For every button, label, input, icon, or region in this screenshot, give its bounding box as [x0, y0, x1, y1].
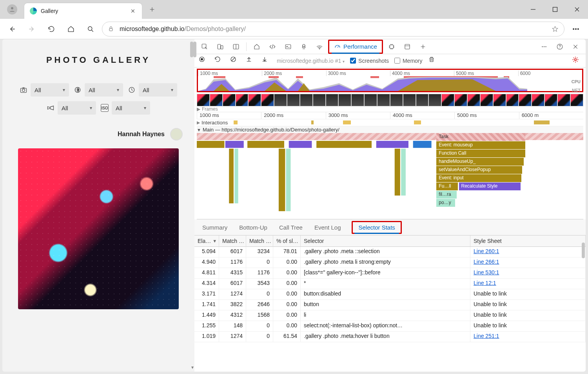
elements-tab-icon[interactable]	[265, 40, 279, 54]
browser-menu-button[interactable]	[568, 21, 584, 37]
author-avatar[interactable]	[170, 128, 183, 140]
cell-stylesheet[interactable]: Line 266:1	[470, 257, 586, 268]
screenshot-frame[interactable]	[274, 94, 287, 106]
favorite-icon[interactable]	[552, 26, 559, 33]
screenshot-frame[interactable]	[519, 94, 532, 106]
screenshot-frame[interactable]	[416, 94, 429, 106]
dock-side-icon[interactable]	[229, 40, 243, 54]
focal-filter-select[interactable]: All▾	[58, 101, 96, 115]
help-icon[interactable]	[553, 40, 567, 54]
table-row[interactable]: 1.449431215680.00liUnable to link	[194, 310, 586, 321]
screenshot-frame[interactable]	[428, 94, 441, 106]
console-tab-icon[interactable]	[281, 40, 295, 54]
address-bar[interactable]: microsoftedge.github.io/Demos/photo-gall…	[102, 22, 564, 36]
site-scrollbar[interactable]	[190, 42, 193, 57]
screenshot-frame[interactable]	[506, 94, 519, 106]
load-profile-button[interactable]	[245, 56, 256, 66]
screenshot-frame[interactable]	[287, 94, 300, 106]
devtools-menu-icon[interactable]	[537, 40, 551, 54]
screenshot-frame[interactable]	[300, 94, 313, 106]
col-elapsed[interactable]: Ela…▼	[194, 235, 219, 246]
tab-call-tree[interactable]: Call Tree	[278, 222, 303, 233]
flame-task[interactable]: Task	[436, 133, 525, 141]
flame-function-call[interactable]: Function Call	[436, 150, 525, 157]
cell-stylesheet[interactable]: Line 530:1	[470, 268, 586, 278]
performance-overview[interactable]: 1000 ms2000 ms3000 ms4000 ms5000 ms6000 …	[197, 69, 583, 92]
timeline-ruler[interactable]: 1000 ms2000 ms3000 ms4000 ms5000 ms6000 …	[197, 112, 583, 119]
col-match-count[interactable]: Match …	[246, 235, 273, 246]
screenshot-frame[interactable]	[493, 94, 506, 106]
refresh-button[interactable]	[43, 21, 60, 37]
capture-settings-icon[interactable]	[572, 56, 582, 66]
tab-event-log[interactable]: Event Log	[314, 222, 342, 233]
screenshot-frame[interactable]	[454, 94, 467, 106]
flame-event-input[interactable]: Event: input	[436, 174, 521, 182]
screenshot-frame[interactable]	[210, 94, 223, 106]
tab-bottom-up[interactable]: Bottom-Up	[238, 222, 268, 233]
screenshot-frame[interactable]	[313, 94, 326, 106]
close-devtools-icon[interactable]	[568, 40, 583, 54]
cell-stylesheet[interactable]: Line 251:1	[470, 332, 586, 342]
search-button[interactable]	[82, 21, 99, 37]
col-match-attempts[interactable]: Match …	[219, 235, 246, 246]
maximize-button[interactable]	[544, 0, 566, 19]
col-stylesheet[interactable]: Style Sheet	[470, 235, 586, 246]
screenshot-frame[interactable]	[223, 94, 236, 106]
tab-summary[interactable]: Summary	[201, 222, 228, 233]
camera-filter-select[interactable]: All▾	[31, 83, 69, 97]
flame-chart[interactable]: Task Event: mouseup Function Call handle…	[197, 133, 583, 219]
col-pct-slow[interactable]: % of sl…	[273, 235, 301, 246]
screenshot-frame[interactable]	[326, 94, 339, 106]
table-row[interactable]: 3.171127400.00button:disabledUnable to l…	[194, 289, 586, 300]
sources-tab-icon[interactable]	[297, 40, 311, 54]
clear-button[interactable]	[230, 56, 240, 66]
selector-stats-body[interactable]: 5.0946017323478.01.gallery .photo .meta …	[194, 247, 586, 342]
tab-close-button[interactable]	[129, 7, 136, 15]
screenshot-frame[interactable]	[351, 94, 364, 106]
more-tabs-icon[interactable]	[416, 40, 430, 54]
device-toggle-icon[interactable]	[213, 40, 227, 54]
memory-checkbox[interactable]: Memory	[394, 58, 423, 64]
flame-poy[interactable]: po…y	[436, 199, 455, 207]
flame-event-mouseup[interactable]: Event: mouseup	[436, 141, 525, 149]
screenshot-frame[interactable]	[377, 94, 390, 106]
gc-button[interactable]	[428, 56, 438, 66]
flame-handle-mouseup[interactable]: handleMouseUp_	[436, 158, 524, 166]
table-row[interactable]: 5.0946017323478.01.gallery .photo .meta …	[194, 247, 586, 257]
table-row[interactable]: 1.741382226460.00buttonUnable to link	[194, 300, 586, 310]
table-row[interactable]: 4.314601735430.00*Line 12:1	[194, 279, 586, 289]
devtools-splitter[interactable]	[193, 42, 196, 57]
screenshot-frame[interactable]	[544, 94, 557, 106]
flame-filra[interactable]: fil…ra	[436, 191, 456, 199]
record-button[interactable]	[198, 56, 209, 66]
table-row[interactable]: 4.811431511760.00[class*=" gallery-icon-…	[194, 268, 586, 279]
application-tab-icon[interactable]	[400, 40, 414, 54]
screenshot-frame[interactable]	[532, 94, 544, 106]
reload-record-button[interactable]	[214, 56, 224, 66]
exposure-filter-select[interactable]: All▾	[139, 83, 177, 97]
screenshot-frame[interactable]	[364, 94, 377, 106]
screenshot-frame[interactable]	[261, 94, 274, 106]
grid-scrollbar[interactable]	[582, 243, 585, 258]
iso-filter-select[interactable]: All▾	[112, 101, 150, 115]
screenshots-checkbox[interactable]: Screenshots	[350, 58, 389, 64]
screenshot-frame[interactable]	[236, 94, 249, 106]
screenshot-frame[interactable]	[338, 94, 351, 106]
browser-tab[interactable]: Gallery	[24, 3, 142, 19]
screenshot-frame[interactable]	[403, 94, 416, 106]
flame-full[interactable]: Fu…ll	[436, 182, 457, 190]
screenshot-frame[interactable]	[197, 94, 210, 106]
tab-selector-stats[interactable]: Selector Stats	[352, 221, 401, 234]
performance-tab[interactable]: Performance	[328, 40, 383, 54]
memory-tab-icon[interactable]	[385, 40, 399, 54]
col-selector[interactable]: Selector	[301, 235, 470, 246]
minimize-button[interactable]	[522, 0, 544, 19]
screenshot-frame[interactable]	[570, 94, 583, 106]
save-profile-button[interactable]	[261, 56, 271, 66]
screenshot-frame[interactable]	[557, 94, 570, 106]
home-button[interactable]	[63, 21, 79, 37]
welcome-tab-icon[interactable]	[250, 40, 264, 54]
screenshot-frame[interactable]	[480, 94, 493, 106]
frames-track-header[interactable]: ▶Frames	[197, 106, 583, 112]
screenshot-frame[interactable]	[390, 94, 403, 106]
